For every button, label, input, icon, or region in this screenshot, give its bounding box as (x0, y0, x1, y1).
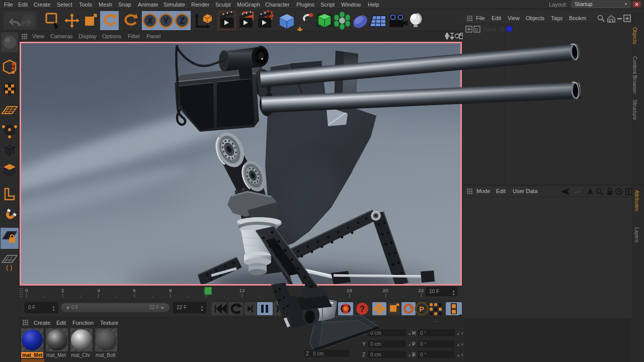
svg-text:0 °: 0 ° (420, 341, 426, 347)
svg-text:Z: Z (362, 352, 365, 357)
svg-text:Z: Z (180, 17, 185, 25)
svg-text:D: D (475, 27, 478, 32)
svg-text:mat_Met: mat_Met (46, 352, 66, 358)
svg-text:Z: Z (306, 351, 309, 356)
svg-text:0 cm: 0 cm (370, 352, 381, 357)
svg-text:6: 6 (133, 288, 136, 293)
svg-text:0: 0 (25, 288, 28, 293)
svg-text:0 cm: 0 cm (370, 330, 381, 336)
svg-text:?: ? (360, 305, 365, 313)
svg-text:0 cm: 0 cm (313, 351, 324, 356)
svg-text:Turret_10: Turret_10 (483, 27, 505, 32)
svg-text:mat_Chr: mat_Chr (71, 352, 91, 358)
svg-text:B: B (412, 352, 416, 357)
svg-text:16: 16 (311, 288, 317, 293)
svg-text:▲▼: ▲▼ (456, 353, 463, 357)
svg-text:8: 8 (169, 288, 172, 293)
svg-text:0 °: 0 ° (420, 330, 426, 336)
svg-text:H: H (412, 330, 416, 336)
svg-text:4: 4 (97, 288, 100, 293)
svg-text:X: X (362, 330, 366, 336)
svg-text:Y: Y (164, 17, 169, 25)
svg-text:( ): ( ) (6, 263, 12, 271)
svg-text:mat_Bolt: mat_Bolt (96, 352, 116, 358)
svg-text:18: 18 (347, 288, 353, 293)
svg-text:0 °: 0 ° (420, 352, 426, 357)
svg-text:mat_Met: mat_Met (22, 352, 43, 358)
svg-text:2: 2 (61, 288, 64, 293)
svg-text:P: P (419, 305, 424, 313)
svg-text:0 cm: 0 cm (370, 341, 381, 347)
svg-text:22: 22 (418, 288, 424, 293)
svg-text:──: ── (370, 319, 376, 324)
svg-text:P: P (412, 341, 416, 347)
svg-text:──: ── (432, 319, 439, 324)
svg-text:X: X (147, 17, 153, 25)
svg-text:20: 20 (383, 288, 389, 293)
svg-text:▲▼: ▲▼ (456, 342, 463, 347)
svg-text:14: 14 (275, 288, 281, 293)
svg-text:▲▼: ▲▼ (456, 331, 463, 336)
svg-text:12: 12 (239, 288, 246, 293)
svg-text:Y: Y (362, 341, 366, 347)
